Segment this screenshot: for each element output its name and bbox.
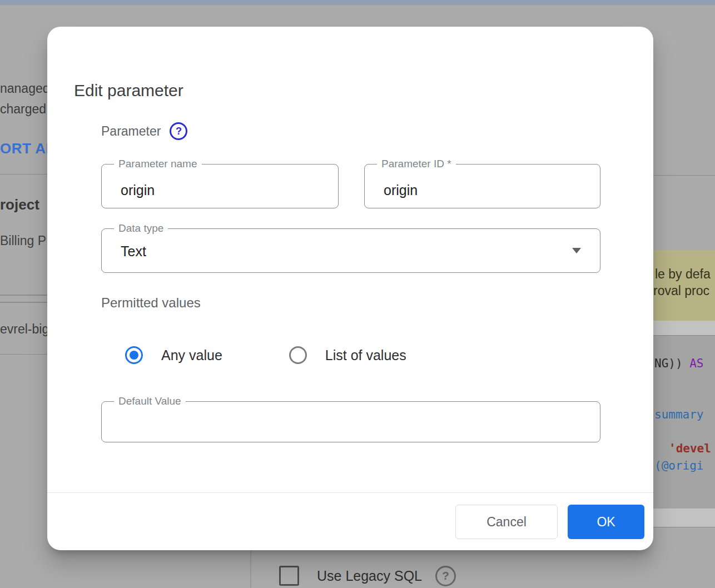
legacy-sql-row: Use Legacy SQL ? — [279, 564, 456, 588]
legacy-sql-checkbox[interactable] — [279, 566, 299, 586]
parameter-name-field[interactable]: Parameter name — [101, 164, 339, 208]
ok-button[interactable]: OK — [568, 505, 644, 539]
bg-text-charged: charged — [0, 102, 46, 117]
default-value-field[interactable]: Default Value — [101, 401, 600, 442]
permitted-values-radio-group: Any value List of values — [125, 346, 406, 364]
sql-code-line: 'devel — [669, 442, 711, 455]
bg-toolbar-strip — [653, 321, 715, 336]
default-value-input[interactable] — [102, 402, 600, 442]
sql-keyword: AS — [689, 357, 703, 370]
data-type-select[interactable]: Data type Text — [101, 228, 600, 273]
cancel-button[interactable]: Cancel — [455, 505, 558, 539]
sql-code-line: NG)) AS — [654, 357, 704, 370]
divider — [0, 295, 47, 296]
edit-parameter-dialog: Edit parameter Parameter ? Parameter nam… — [47, 27, 653, 550]
parameter-name-input[interactable] — [102, 165, 338, 208]
divider — [653, 175, 715, 176]
bg-note-line: le by defa — [655, 267, 711, 282]
footer-divider — [47, 492, 653, 493]
divider — [0, 354, 47, 355]
sql-text: NG)) — [654, 357, 689, 370]
bg-project-id-text: evrel-big — [0, 322, 49, 337]
sql-code-line: (@origi — [654, 459, 704, 472]
parameter-section-label: Parameter — [101, 124, 161, 139]
chevron-down-icon[interactable] — [572, 248, 581, 253]
radio-any-value-label[interactable]: Any value — [161, 347, 222, 363]
data-type-label: Data type — [114, 222, 168, 235]
permitted-values-label: Permitted values — [101, 295, 201, 311]
bg-note-line: roval proc — [653, 283, 709, 298]
sql-code-line: summary — [654, 408, 704, 421]
radio-list-of-values[interactable] — [289, 346, 307, 364]
data-type-value: Text — [121, 243, 146, 260]
bg-query-note: le by defa roval proc — [653, 250, 715, 321]
divider — [0, 302, 47, 303]
legacy-sql-label: Use Legacy SQL — [317, 568, 422, 584]
help-icon[interactable]: ? — [170, 122, 187, 140]
help-icon[interactable]: ? — [435, 566, 456, 586]
parameter-id-input[interactable] — [365, 165, 600, 208]
radio-list-of-values-label[interactable]: List of values — [325, 347, 406, 363]
parameter-id-field[interactable]: Parameter ID * — [364, 164, 600, 208]
browser-top-strip — [0, 0, 715, 5]
parameter-section-header: Parameter ? — [101, 122, 187, 140]
bg-text-managed: nanaged — [0, 81, 50, 96]
radio-any-value[interactable] — [125, 346, 143, 364]
divider — [250, 550, 251, 588]
bg-sql-editor: NG)) AS summary 'devel (@origi — [653, 336, 715, 509]
bg-toolbar-strip — [653, 509, 715, 527]
bg-billing-text: Billing P — [0, 233, 46, 248]
dialog-title: Edit parameter — [74, 81, 183, 100]
bg-project-heading: roject — [0, 196, 39, 213]
divider — [0, 174, 47, 175]
